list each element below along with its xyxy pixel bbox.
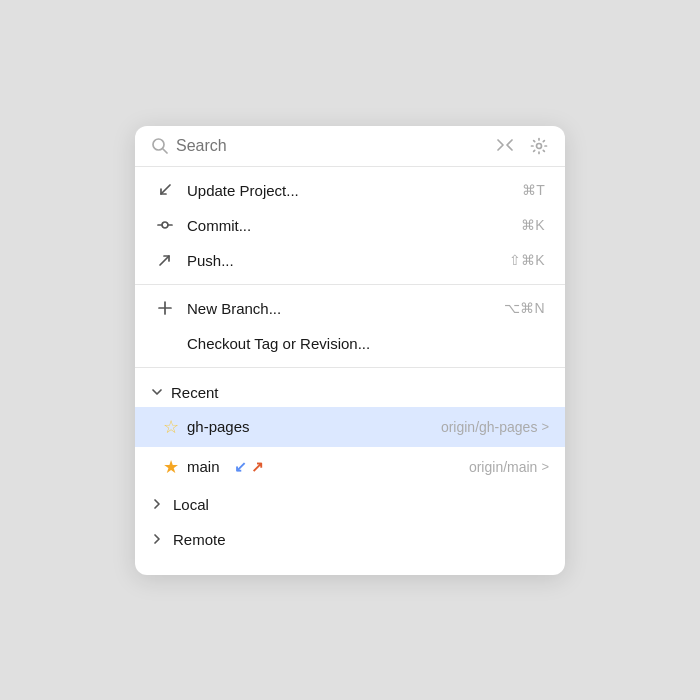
gh-pages-chevron-icon: > xyxy=(541,419,549,434)
checkout-tag-item[interactable]: Checkout Tag or Revision... xyxy=(135,326,565,361)
branch-item-main[interactable]: ★ main ↙ ↗ origin/main > xyxy=(135,447,565,487)
main-panel: Update Project... ⌘T Commit... ⌘K xyxy=(135,126,565,575)
commit-item[interactable]: Commit... ⌘K xyxy=(135,208,565,243)
gh-pages-origin: origin/gh-pages > xyxy=(441,419,549,435)
push-item[interactable]: Push... ⇧⌘K xyxy=(135,243,565,278)
main-chevron-icon: > xyxy=(541,459,549,474)
commit-icon xyxy=(155,217,175,233)
branch-actions-section: New Branch... ⌥⌘N Checkout Tag or Revisi… xyxy=(135,285,565,368)
main-branch-arrows: ↙ ↗ xyxy=(234,458,264,476)
recent-section-label: Recent xyxy=(171,384,219,401)
new-branch-item[interactable]: New Branch... ⌥⌘N xyxy=(135,291,565,326)
arrow-down-icon: ↙ xyxy=(234,458,247,476)
main-star-icon: ★ xyxy=(163,456,179,478)
svg-line-3 xyxy=(161,185,170,194)
remote-section[interactable]: Remote xyxy=(135,522,565,557)
recent-section: Recent ☆ gh-pages origin/gh-pages > ★ ma… xyxy=(135,368,565,563)
push-label: Push... xyxy=(187,252,497,269)
svg-point-4 xyxy=(162,222,168,228)
update-project-item[interactable]: Update Project... ⌘T xyxy=(135,173,565,208)
commit-shortcut: ⌘K xyxy=(521,217,545,233)
plus-icon xyxy=(155,300,175,316)
git-actions-section: Update Project... ⌘T Commit... ⌘K xyxy=(135,167,565,285)
svg-line-7 xyxy=(160,256,169,265)
svg-point-2 xyxy=(537,143,542,148)
new-branch-shortcut: ⌥⌘N xyxy=(504,300,545,316)
local-section[interactable]: Local xyxy=(135,487,565,522)
arrow-up-icon: ↗ xyxy=(251,458,264,476)
main-origin: origin/main > xyxy=(469,459,549,475)
recent-chevron-down-icon xyxy=(151,386,163,398)
branch-item-gh-pages[interactable]: ☆ gh-pages origin/gh-pages > xyxy=(135,407,565,447)
search-input[interactable] xyxy=(176,137,487,155)
push-shortcut: ⇧⌘K xyxy=(509,252,545,268)
arrow-down-left-icon xyxy=(155,182,175,198)
arrow-up-right-icon xyxy=(155,252,175,268)
gh-pages-name: gh-pages xyxy=(187,418,250,435)
svg-line-1 xyxy=(163,149,167,153)
new-branch-label: New Branch... xyxy=(187,300,492,317)
commit-label: Commit... xyxy=(187,217,509,234)
remote-section-label: Remote xyxy=(173,531,226,548)
local-section-label: Local xyxy=(173,496,209,513)
settings-icon-button[interactable] xyxy=(529,136,549,156)
recent-section-header[interactable]: Recent xyxy=(135,374,565,407)
local-chevron-right-icon xyxy=(151,498,163,510)
search-bar xyxy=(135,126,565,167)
svg-point-0 xyxy=(153,139,164,150)
toolbar-right-icons xyxy=(495,136,549,156)
remote-chevron-right-icon xyxy=(151,533,163,545)
update-project-shortcut: ⌘T xyxy=(522,182,545,198)
main-name: main xyxy=(187,458,220,475)
gh-pages-star-icon: ☆ xyxy=(163,416,179,438)
collapse-icon-button[interactable] xyxy=(495,136,515,156)
search-icon xyxy=(151,137,168,154)
update-project-label: Update Project... xyxy=(187,182,510,199)
checkout-tag-label: Checkout Tag or Revision... xyxy=(187,335,545,352)
